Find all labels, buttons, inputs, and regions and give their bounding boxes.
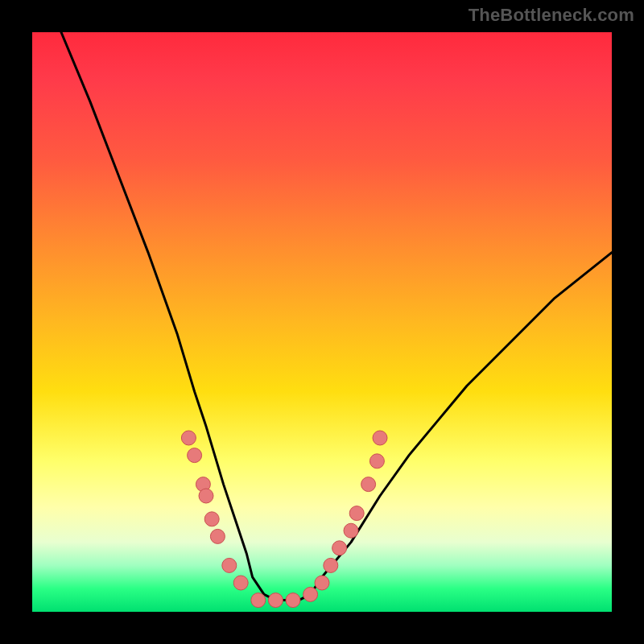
data-marker: [349, 506, 364, 521]
bottleneck-curve: [61, 32, 612, 601]
plot-area: [32, 32, 612, 612]
data-marker: [344, 523, 358, 538]
data-marker: [210, 529, 225, 543]
watermark-text: TheBottleneck.com: [469, 5, 634, 26]
data-marker: [251, 593, 266, 608]
data-marker: [361, 477, 376, 492]
data-marker: [268, 593, 283, 608]
data-marker: [188, 448, 202, 463]
data-marker: [204, 512, 219, 526]
data-marker: [222, 558, 237, 572]
data-marker: [315, 576, 329, 590]
data-marker: [324, 558, 338, 572]
data-marker: [181, 431, 196, 445]
data-marker: [199, 489, 213, 503]
chart-frame: TheBottleneck.com: [0, 0, 644, 644]
data-marker: [369, 454, 384, 469]
data-marker: [286, 593, 300, 608]
data-marker: [373, 431, 387, 445]
data-marker: [303, 587, 318, 601]
data-marker: [233, 576, 248, 590]
data-marker: [332, 541, 347, 555]
plot-svg: [32, 32, 612, 612]
